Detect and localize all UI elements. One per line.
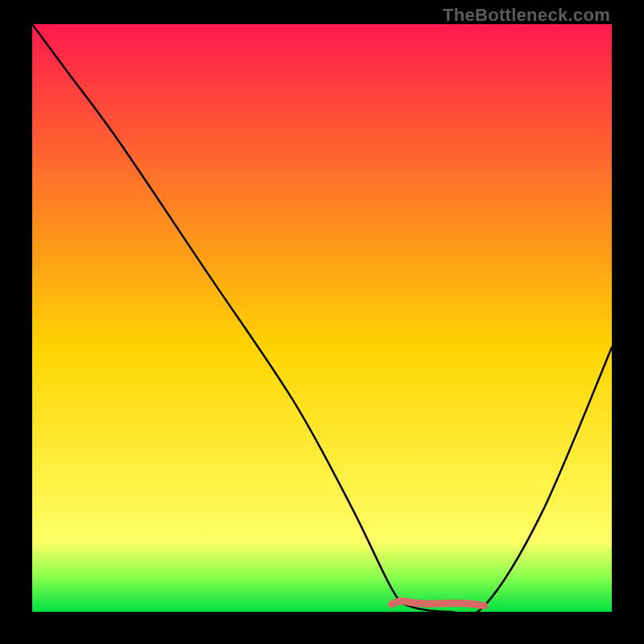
chart-frame [32, 24, 612, 612]
bottleneck-chart [32, 24, 612, 612]
gradient-background [32, 24, 612, 612]
attribution-text: TheBottleneck.com [443, 5, 610, 26]
